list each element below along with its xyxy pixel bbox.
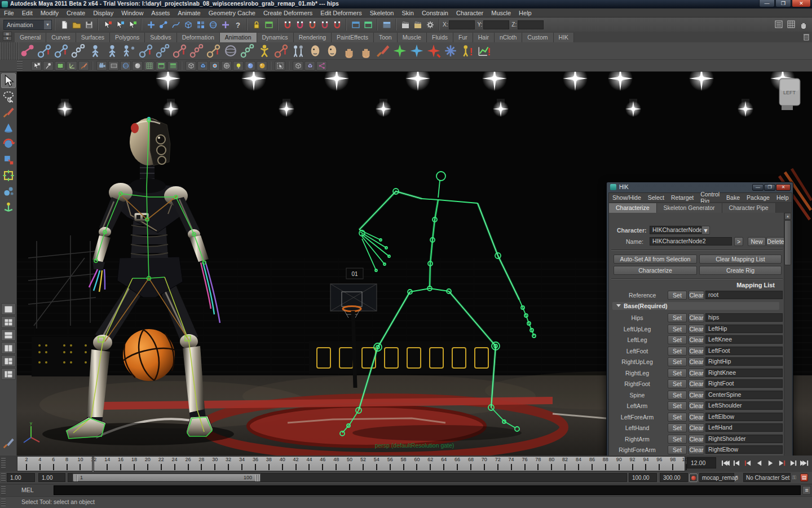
ik-handle-icon[interactable] — [37, 43, 52, 59]
safe-action-icon[interactable] — [167, 61, 178, 71]
select-handle-icon[interactable] — [145, 19, 157, 30]
menu-geometry-cache[interactable]: Geometry Cache — [205, 10, 259, 16]
ik-spline-icon[interactable] — [54, 43, 69, 59]
script-editor-toggle-icon[interactable]: ≣ — [802, 486, 811, 494]
shelf-tab-muscle[interactable]: Muscle — [398, 33, 427, 42]
shelf-menu-arrows[interactable]: ▤▼ — [0, 32, 15, 42]
attribute-editor-icon[interactable] — [798, 19, 809, 30]
set-button[interactable]: Set — [668, 347, 687, 356]
snap-curve-icon[interactable] — [294, 19, 306, 30]
hik-menu-select[interactable]: Select — [645, 194, 668, 201]
shelf-tab-deformation[interactable]: Deformation — [177, 33, 220, 42]
clear-button[interactable]: Clear — [689, 391, 704, 400]
universal-manip-icon[interactable] — [1, 168, 16, 183]
menu-window[interactable]: Window — [117, 10, 147, 16]
menu-create[interactable]: Create — [63, 10, 89, 16]
hik-menu-help[interactable]: Help — [773, 194, 792, 201]
y-input[interactable] — [483, 20, 509, 29]
set-button[interactable]: Set — [668, 357, 687, 366]
set-button[interactable]: Set — [668, 391, 687, 400]
shelf-tab-custom[interactable]: Custom — [522, 33, 553, 42]
spike-red-icon[interactable] — [426, 43, 442, 59]
base-required-section[interactable]: Base(Required) — [612, 302, 779, 310]
mapping-value-field[interactable]: RightElbow — [705, 445, 783, 454]
output-ops-icon[interactable] — [363, 19, 374, 30]
move-tool-icon[interactable] — [1, 121, 16, 135]
play-end-field[interactable]: 100.00 — [629, 473, 657, 482]
autoset-button[interactable]: Auto-Set All from Selection — [614, 255, 697, 264]
trash-icon[interactable] — [802, 32, 810, 41]
character-set-field[interactable]: mocap_remap — [699, 473, 734, 482]
chart-warn-icon[interactable]: ! — [476, 43, 492, 59]
insert-joint-icon[interactable] — [70, 43, 86, 59]
name-expand-button[interactable]: > — [734, 237, 743, 246]
open-scene-icon[interactable] — [71, 19, 82, 30]
paint-select-tool-icon[interactable] — [1, 105, 16, 120]
mapping-value-field[interactable]: RightHip — [705, 357, 783, 366]
clear-button[interactable]: Clear — [689, 435, 704, 444]
viewport-3d[interactable]: LEFT 01 — [17, 72, 812, 456]
hik-menu-package[interactable]: Package — [743, 194, 773, 201]
z-input[interactable] — [518, 20, 544, 29]
layout-two-side-button[interactable] — [1, 342, 16, 354]
menu-file[interactable]: File — [0, 10, 18, 16]
mapping-value-field[interactable]: LeftHand — [705, 423, 783, 432]
range-slider-bar[interactable]: 1 100 — [73, 474, 261, 481]
hik-maximize-button[interactable]: ❐ — [764, 184, 775, 191]
mapping-value-field[interactable]: LeftElbow — [705, 413, 783, 421]
last-tool-icon[interactable] — [1, 436, 16, 450]
shelf-tab-ncloth[interactable]: nCloth — [495, 33, 522, 42]
hik-tab-characterize[interactable]: Characterize — [609, 203, 657, 213]
person-warn-icon[interactable]: ! — [460, 43, 475, 59]
show-manip-icon[interactable] — [1, 200, 16, 214]
head-a-icon[interactable] — [307, 43, 323, 59]
shelf-tab-general[interactable]: General — [15, 33, 46, 42]
clear-button[interactable]: Clear — [689, 347, 704, 356]
shelf-tab-curves[interactable]: Curves — [46, 33, 76, 42]
range-handle-right[interactable] — [255, 475, 259, 481]
shelf-tab-surfaces[interactable]: Surfaces — [76, 33, 110, 42]
highlight-selection-icon[interactable] — [263, 19, 275, 30]
snap-grid-icon[interactable] — [282, 19, 293, 30]
camera-icon[interactable] — [96, 61, 107, 71]
snap-point-icon[interactable] — [307, 19, 318, 30]
share-icon[interactable] — [316, 61, 327, 71]
skeleton-icon[interactable] — [273, 43, 289, 59]
res-gate-icon[interactable] — [132, 61, 143, 71]
menu-assets[interactable]: Assets — [147, 10, 174, 16]
snap-plane-icon[interactable] — [319, 19, 330, 30]
clear-button[interactable]: Clear — [689, 401, 704, 410]
grid-toggle-icon[interactable] — [108, 61, 119, 71]
char-map-icon[interactable] — [290, 43, 306, 59]
mapping-value-field[interactable]: LeftKnee — [705, 335, 783, 344]
mirror-joint-icon[interactable] — [138, 43, 154, 59]
set-button[interactable]: Set — [668, 445, 687, 454]
layout-four-button[interactable] — [1, 316, 16, 328]
shelf-tab-painteffects[interactable]: PaintEffects — [332, 33, 374, 42]
script-editor-icon[interactable]: ▤ — [800, 474, 808, 481]
minimize-button[interactable]: — — [759, 0, 775, 7]
shelf-tab-hik[interactable]: HIK — [554, 33, 575, 42]
fk-icon[interactable] — [240, 43, 255, 59]
clear-button[interactable]: Clear — [689, 369, 704, 378]
shelf-tab-rendering[interactable]: Rendering — [294, 33, 332, 42]
select-misc-icon[interactable]: ? — [232, 19, 244, 30]
mapping-value-field[interactable]: LeftFoot — [705, 347, 783, 355]
head-b-icon[interactable] — [324, 43, 340, 59]
set-key-icon[interactable] — [172, 43, 188, 59]
mapping-value-field[interactable]: LeftShoulder — [705, 401, 783, 410]
clear-button[interactable]: Clear — [689, 379, 704, 388]
lasso-tool-icon[interactable] — [1, 89, 16, 104]
clear-mapping-button[interactable]: Clear Mapping List — [699, 255, 782, 264]
reference-clear-button[interactable]: Clear — [689, 291, 704, 300]
light-all-icon[interactable] — [233, 61, 244, 71]
select-render-icon[interactable] — [220, 19, 231, 30]
select-object-icon[interactable] — [114, 19, 126, 30]
isolate-icon[interactable] — [275, 61, 285, 71]
play-forward-button[interactable] — [765, 457, 775, 469]
hik-close-button[interactable]: ✕ — [776, 184, 791, 191]
mel-input[interactable] — [54, 485, 801, 495]
new-button[interactable]: New — [748, 237, 766, 246]
step-back-frame-button[interactable] — [743, 457, 753, 469]
construction-history-icon[interactable] — [381, 19, 392, 30]
